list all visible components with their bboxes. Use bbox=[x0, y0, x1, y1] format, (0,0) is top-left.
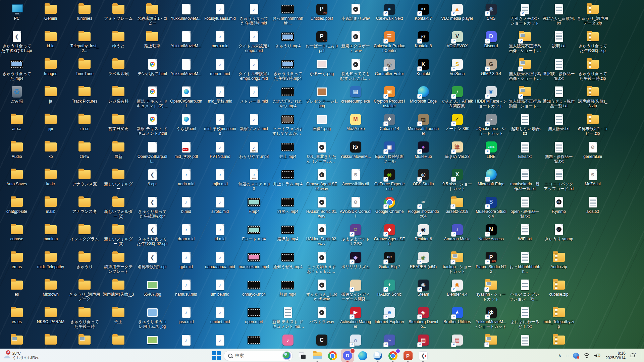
desktop-icon[interactable]: malib bbox=[35, 196, 67, 214]
volume-icon[interactable] bbox=[594, 353, 601, 358]
desktop-icon[interactable]: ♪タイトル未設定.tempo.mid bbox=[238, 30, 270, 53]
desktop-icon[interactable]: ♻ごみ箱 bbox=[1, 85, 33, 104]
desktop-icon[interactable]: ↗ bbox=[475, 334, 507, 347]
desktop-icon[interactable]: ♪ bbox=[204, 334, 236, 347]
desktop-icon[interactable]: 65407.jpg bbox=[136, 279, 168, 297]
desktop-icon[interactable]: まにまにわーるど！.txt bbox=[509, 306, 541, 329]
desktop-icon[interactable]: きゅうりボカコレ用サムネ.jpg bbox=[136, 306, 168, 329]
desktop-icon[interactable]: ❮きゅうり食ってた午後3時-02.cpr bbox=[136, 223, 168, 246]
desktop-icon[interactable]: OpenCvSharp.xml bbox=[170, 85, 202, 108]
desktop-icon[interactable]: ◉↗Reaktor 6 bbox=[407, 223, 439, 241]
desktop-icon[interactable]: ▶↗Activation Manager bbox=[339, 306, 372, 329]
desktop-icon[interactable]: ja bbox=[35, 85, 67, 104]
desktop-icon[interactable]: 無題.mp4 bbox=[272, 279, 304, 297]
desktop-icon[interactable]: _起動しない場合.txt bbox=[509, 113, 541, 136]
desktop-icon[interactable]: ♪gpt.mid bbox=[170, 251, 202, 269]
desktop-icon[interactable]: きゅうり食ってた午後三時.zip bbox=[577, 58, 609, 81]
desktop-icon[interactable]: ⚙MoZA.ini bbox=[577, 168, 609, 186]
desktop-icon[interactable]: ❮きゅうり食ってた午後3時-01.cpr bbox=[1, 30, 33, 53]
desktop-icon[interactable] bbox=[68, 334, 101, 347]
desktop-icon[interactable]: きゅうり_調声用データ bbox=[68, 279, 101, 301]
desktop-icon[interactable]: ●↗Cakewalk Next bbox=[373, 3, 406, 21]
desktop-icon[interactable]: Audio bbox=[1, 141, 33, 159]
desktop-icon[interactable]: きゅうり_調声用データ.zip bbox=[577, 3, 609, 25]
desktop-icon[interactable]: アナウンス冬 bbox=[68, 196, 101, 214]
desktop-icon[interactable]: ♪MP3わかりやす.mp3 bbox=[238, 141, 270, 159]
desktop-icon[interactable]: id-id bbox=[35, 30, 67, 48]
desktop-icon[interactable] bbox=[102, 334, 135, 347]
desktop-icon[interactable]: PNT2Untitled.ppsf bbox=[306, 3, 338, 21]
desktop-icon[interactable]: ❮名称未設定1.cpr bbox=[136, 251, 168, 269]
desktop[interactable]: PC❮きゅうり食ってた午後3時-01.cprきゅうり食ってた.mp4♻ごみ箱ar… bbox=[0, 0, 644, 349]
desktop-icon[interactable]: ♪タイトル未設定.tempo.orig1.mid bbox=[238, 58, 270, 81]
search-box[interactable]: 検索 bbox=[224, 351, 293, 361]
desktop-icon[interactable]: きゅうり食ってた.mp4 bbox=[1, 58, 33, 81]
taskbar-app-task-view[interactable] bbox=[296, 349, 309, 362]
desktop-icon[interactable]: きゅうり食ってた午後三時 bbox=[68, 306, 101, 329]
desktop-icon[interactable]: ♪新規ソング.mid bbox=[238, 113, 270, 131]
desktop-icon[interactable]: 羽尻へ.mp4 bbox=[272, 196, 304, 214]
desktop-icon[interactable]: 営業日変更 bbox=[102, 113, 135, 131]
desktop-icon[interactable]: ohhayo-.mp4 bbox=[238, 279, 270, 297]
desktop-icon[interactable]: ↗Google Chrome bbox=[373, 196, 406, 214]
desktop-icon[interactable]: ❮9.cpr bbox=[136, 168, 168, 186]
desktop-icon[interactable]: Images bbox=[35, 58, 67, 76]
desktop-icon[interactable]: cubase.zip bbox=[543, 279, 575, 297]
taskbar-app-cubase[interactable]: ❮ bbox=[417, 349, 429, 362]
desktop-icon[interactable]: ▶こってゆｈｄすおｆｄｓｂふぉ.wav bbox=[306, 251, 338, 274]
desktop-icon[interactable]: ♪aorin.mid bbox=[170, 168, 202, 186]
desktop-icon[interactable]: ♪rajio.mid bbox=[204, 168, 236, 186]
desktop-icon[interactable]: ↗syasinn - ショートカット bbox=[475, 279, 507, 301]
desktop-icon[interactable]: 死にたい_ゅ歌詞.txt bbox=[543, 3, 575, 25]
desktop-icon[interactable]: ♪kotusytuaaus.mid bbox=[204, 3, 236, 21]
desktop-icon[interactable]: ◉↗CMS bbox=[475, 3, 507, 21]
desktop-icon[interactable]: ↗Microsoft Edge bbox=[407, 85, 439, 104]
desktop-icon[interactable]: ▦↗Minecraft Launcher bbox=[407, 113, 439, 136]
desktop-icon[interactable]: ko-kr bbox=[35, 168, 67, 186]
desktop-icon[interactable]: akis.txt bbox=[577, 196, 609, 214]
desktop-icon[interactable]: MMoZA.exe bbox=[339, 113, 372, 131]
tray-app-icon[interactable]: ◌ bbox=[566, 353, 569, 358]
desktop-icon[interactable]: ~↗ bbox=[373, 334, 406, 347]
desktop-icon[interactable]: ♪ bbox=[272, 334, 304, 347]
desktop-icon[interactable]: ♪dram.mid bbox=[170, 223, 202, 241]
desktop-icon[interactable]: ☰↗Cakewalk Product Center bbox=[373, 30, 406, 53]
desktop-icon[interactable]: アナウンス夏 bbox=[68, 168, 101, 186]
desktop-icon[interactable]: ♪sirofo.mid bbox=[204, 196, 236, 214]
desktop-icon[interactable]: ▤createdump.exe bbox=[339, 85, 372, 104]
taskbar-app-file-explorer[interactable] bbox=[311, 349, 324, 362]
desktop-icon[interactable]: ◉↗REAPER (x64) bbox=[407, 251, 439, 269]
desktop-icon[interactable]: ♪mid_学校muse.mid bbox=[204, 113, 236, 136]
desktop-icon[interactable]: ☺↗ぷよぷよ™テトリス®2 bbox=[339, 223, 372, 246]
desktop-icon[interactable]: ♪↗かんたん！AITalk 3 関西風 bbox=[441, 85, 473, 108]
desktop-icon[interactable]: ゆうと bbox=[102, 30, 135, 48]
desktop-icon[interactable]: 通知うぜえ.mp4 bbox=[272, 251, 304, 269]
desktop-icon[interactable]: ▶HALion Sonic 01.wav bbox=[306, 196, 338, 219]
desktop-icon[interactable]: ◉↗Blender 4.4 bbox=[441, 279, 473, 297]
desktop-icon[interactable] bbox=[543, 334, 575, 347]
desktop-icon[interactable]: きゅうり食ってた午後3時 .zip bbox=[577, 30, 609, 53]
desktop-icon[interactable]: ▣↗Epson 接続診断ツール bbox=[373, 141, 406, 164]
desktop-icon[interactable]: 新規 テキスト ドキュメント (2).html bbox=[136, 85, 168, 108]
show-desktop-edge[interactable] bbox=[641, 352, 641, 359]
desktop-icon[interactable]: OpenCvSharp.dll... bbox=[136, 141, 168, 164]
desktop-icon[interactable]: ◎↗Controller Editor bbox=[373, 58, 406, 76]
desktop-icon[interactable]: sfz↗Plogue sforzando x64 bbox=[407, 196, 439, 219]
desktop-icon[interactable]: 画像1.png bbox=[306, 113, 338, 131]
desktop-icon[interactable]: 名称未設定1 - コピー bbox=[136, 3, 168, 25]
desktop-icon[interactable]: きゅうり bbox=[68, 251, 101, 269]
desktop-icon[interactable]: 選択肢.mp4 bbox=[272, 223, 304, 241]
desktop-icon[interactable]: Track Pictures bbox=[68, 85, 101, 104]
tray-chevron-up-icon[interactable]: ∧ bbox=[558, 353, 561, 358]
desktop-icon[interactable]: midi_Telepathy.zip bbox=[543, 306, 575, 329]
desktop-icon[interactable]: YukkuriMovieM... bbox=[170, 30, 202, 48]
desktop-icon[interactable]: YukkuriMovieM... bbox=[170, 3, 202, 21]
desktop-icon[interactable]: 最新 bbox=[102, 141, 135, 159]
desktop-icon[interactable]: D↗Discord bbox=[475, 30, 507, 48]
desktop-icon[interactable]: ↗Microsoft Edge bbox=[475, 168, 507, 186]
desktop-icon[interactable]: ▶答え知っててもむずいわこれ.wav bbox=[339, 58, 372, 81]
desktop-icon[interactable]: runtimes bbox=[68, 3, 101, 21]
desktop-icon[interactable]: ↗孤独なインディーゲーム開発者の一生 ... bbox=[339, 279, 372, 301]
desktop-icon[interactable]: PNT2おーばーまにあ.ppsf bbox=[306, 30, 338, 53]
desktop-icon[interactable]: NKSC_PARAM bbox=[35, 306, 67, 324]
